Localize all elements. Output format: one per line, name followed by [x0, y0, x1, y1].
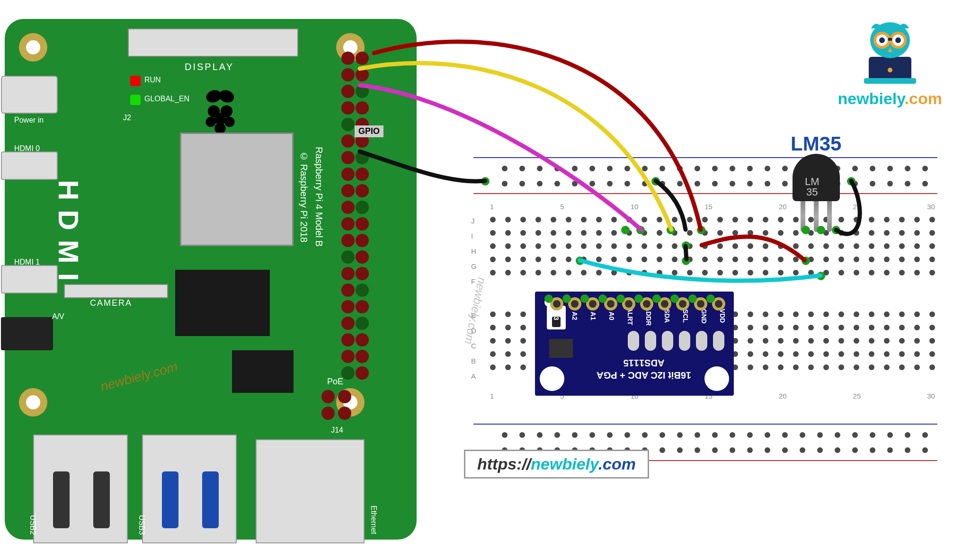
display-connector [128, 28, 298, 57]
svg-point-6 [224, 117, 235, 127]
svg-point-17 [895, 37, 901, 43]
bb-row: G [471, 262, 481, 270]
usb2-port [33, 435, 128, 543]
bb-col: 25 [853, 392, 861, 400]
mounting-hole [19, 33, 47, 62]
bb-col: 25 [853, 203, 861, 211]
poe-label: PoE [327, 377, 343, 387]
bb-row: B [471, 357, 481, 365]
model-text: Raspberry Pi 4 Model B © Raspberry Pi 20… [296, 147, 327, 247]
poe-header [320, 388, 353, 421]
hdmi0-port [1, 151, 58, 180]
power-in-label: Power in [14, 116, 44, 124]
bb-col: 30 [927, 392, 935, 400]
raspberry-pi-board: DISPLAY RUN GLOBAL_EN J2 [5, 19, 417, 540]
cpu-chip [180, 133, 294, 246]
bb-row: H [471, 247, 481, 255]
url-box: https://newbiely.com [464, 450, 649, 479]
lm35-label: LM35 [791, 133, 841, 155]
bb-col: 10 [631, 203, 639, 211]
svg-point-1 [217, 88, 236, 105]
lm35-sensor: LM 35 [793, 154, 840, 232]
svg-rect-9 [864, 78, 916, 84]
display-label: DISPLAY [185, 62, 234, 72]
run-label: RUN [144, 76, 161, 84]
newbiely-logo: newbiely.com [838, 14, 942, 108]
hdmi0-label: HDMI 0 [14, 144, 40, 153]
bb-col: 15 [704, 203, 713, 211]
hdmi1-label: HDMI 1 [14, 258, 40, 266]
bb-row: I [471, 232, 481, 240]
av-jack [1, 317, 53, 350]
j2-label: J2 [123, 114, 131, 122]
bb-col: 5 [560, 203, 564, 211]
bb-col: 20 [779, 203, 787, 211]
usb-c-port [1, 76, 58, 114]
svg-point-16 [879, 37, 885, 43]
run-led [130, 76, 141, 86]
raspberry-pi-logo-icon [199, 85, 241, 137]
bb-row: J [471, 217, 481, 225]
camera-connector [64, 284, 168, 298]
svg-rect-18 [888, 38, 892, 41]
svg-point-10 [888, 68, 892, 72]
mounting-hole [19, 388, 47, 417]
hdmi1-port [1, 265, 58, 293]
svg-point-5 [205, 117, 216, 127]
watermark: newbiely.com [99, 359, 179, 394]
chip [232, 350, 294, 393]
usb2-label: USB2 [28, 515, 37, 535]
bb-col: 1 [490, 203, 494, 211]
ethernet-port [256, 439, 365, 543]
usb3-port [142, 435, 237, 543]
ethernet-label: Ethernet [369, 506, 378, 534]
ads-chip-icon [549, 339, 573, 358]
ads1115-module: 16Bit I2C ADC + PGA ADS1115 VDD GND SCL … [535, 292, 734, 396]
ads-title: 16Bit I2C ADC + PGA ADS1115 [597, 357, 691, 382]
activity-led [130, 95, 141, 105]
gpio-label: GPIO [355, 125, 383, 137]
gpio-header [339, 47, 372, 379]
global-en-label: GLOBAL_EN [144, 95, 189, 103]
j14-label: J14 [331, 426, 343, 435]
ram-chip [175, 270, 270, 336]
bb-col: 20 [779, 392, 787, 400]
camera-label: CAMERA [90, 298, 132, 308]
bb-col: 30 [927, 203, 935, 211]
usb3-label: USB3 [137, 515, 146, 535]
bb-row: A [471, 372, 481, 380]
av-label: A/V [52, 312, 64, 321]
bb-col: 1 [490, 392, 494, 400]
owl-icon [859, 14, 921, 85]
